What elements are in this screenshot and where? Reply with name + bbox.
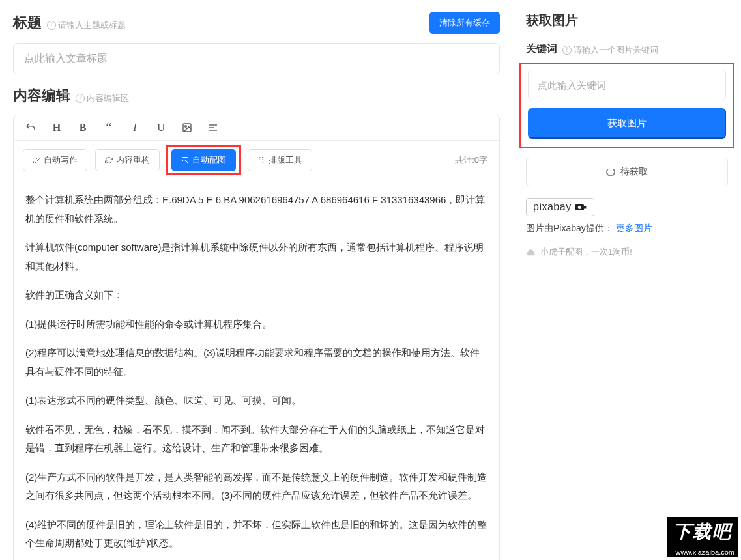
heading-icon[interactable]: H: [50, 122, 63, 133]
sidebar: 获取图片 关键词 ! 请输入一个图片关键词 获取图片 待获取 pixabay 图…: [513, 0, 741, 560]
format-toolbar: H B “ I U: [14, 115, 499, 141]
svg-point-1: [185, 126, 187, 128]
pixabay-badge: pixabay: [526, 198, 594, 216]
italic-icon[interactable]: I: [128, 122, 141, 133]
spinner-icon: [606, 167, 615, 176]
auto-image-button[interactable]: 自动配图: [171, 149, 236, 171]
pending-button[interactable]: 待获取: [526, 158, 728, 186]
layout-tool-button[interactable]: 排版工具: [248, 149, 312, 171]
keyword-input[interactable]: [528, 70, 726, 100]
highlight-auto-image: 自动配图: [166, 145, 241, 175]
paragraph: 软件的正确含义如下：: [25, 286, 487, 305]
clear-cache-button[interactable]: 清除所有缓存: [429, 12, 500, 34]
keyword-header: 关键词 ! 请输入一个图片关键词: [526, 42, 728, 56]
svg-point-7: [577, 206, 581, 209]
content-hint: ! 内容编辑区: [76, 92, 129, 104]
info-icon: !: [562, 46, 572, 55]
content-label: 内容编辑: [13, 86, 70, 105]
fetch-image-button[interactable]: 获取图片: [528, 108, 726, 139]
quote-icon[interactable]: “: [102, 124, 115, 132]
paragraph: 整个计算机系统由两部分组成：E.69DA 5 E 6 BA 9062616964…: [25, 191, 487, 228]
picture-icon: [181, 156, 189, 164]
word-counter: 共计:0字: [455, 154, 487, 166]
editor-box: H B “ I U 自动写作 内容重构: [13, 115, 500, 560]
paragraph: (2)生产方式不同的软件是开发，是人类智能的高发挥，而不是传统意义上的硬件制造。…: [25, 468, 487, 505]
credit-line: 图片由Pixabay提供： 更多图片: [526, 223, 728, 234]
watermark: 下载吧 www.xiazaiba.com: [667, 517, 738, 557]
keyword-label: 关键词: [526, 42, 557, 56]
title-section-header: 标题 ! 请输入主题或标题 清除所有缓存: [13, 12, 500, 34]
refresh-icon: [105, 156, 113, 164]
svg-rect-8: [584, 206, 586, 208]
paragraph: (4)维护不同的硬件是旧的，理论上软件是旧的，并不坏，但实际上软件也是旧的和坏的…: [25, 516, 487, 553]
action-toolbar: 自动写作 内容重构 自动配图 排版工具 共计:0字: [14, 141, 499, 180]
info-icon: !: [47, 21, 56, 30]
pencil-icon: [33, 156, 40, 164]
paragraph: 计算机软件(computer software)是指计算机系统中除硬件以外的所有…: [25, 238, 487, 275]
keyword-hint: ! 请输入一个图片关键词: [562, 44, 658, 56]
content-section-header: 内容编辑 ! 内容编辑区: [13, 86, 500, 105]
title-hint: ! 请输入主题或标题: [47, 20, 126, 31]
content-area[interactable]: 整个计算机系统由两部分组成：E.69DA 5 E 6 BA 9062616964…: [14, 180, 499, 560]
paragraph: (2)程序可以满意地处理信息的数据结构。(3)说明程序功能要求和程序需要的文档的…: [25, 344, 487, 381]
camera-icon: [574, 203, 587, 212]
footer-note: 小虎子配图，一次1淘币!: [526, 246, 728, 258]
paragraph: (1)表达形式不同的硬件类型、颜色、味道、可见、可摸、可闻。: [25, 391, 487, 410]
info-icon: !: [76, 94, 85, 103]
rebuild-button[interactable]: 内容重构: [95, 149, 160, 171]
wand-icon: [257, 156, 265, 164]
undo-icon[interactable]: [24, 122, 37, 133]
title-label: 标题: [13, 13, 42, 33]
title-input[interactable]: [13, 43, 500, 74]
auto-write-button[interactable]: 自动写作: [23, 149, 87, 171]
bold-icon[interactable]: B: [76, 122, 89, 133]
watermark-url: www.xiazaiba.com: [667, 547, 738, 557]
image-icon[interactable]: [181, 122, 194, 133]
align-icon[interactable]: [207, 122, 220, 133]
keyword-panel-highlight: 获取图片: [519, 63, 734, 148]
watermark-text: 下载吧: [667, 517, 738, 547]
paragraph: (1)提供运行时所需功能和性能的命令或计算机程序集合。: [25, 315, 487, 334]
sidebar-title: 获取图片: [526, 12, 728, 29]
paragraph: 软件看不见，无色，枯燥，看不见，摸不到，闻不到。软件大部分存在于人们的头脑或纸上…: [25, 421, 487, 458]
underline-icon[interactable]: U: [154, 122, 167, 133]
cloud-icon: [526, 248, 536, 256]
more-images-link[interactable]: 更多图片: [616, 223, 652, 233]
main-panel: 标题 ! 请输入主题或标题 清除所有缓存 内容编辑 ! 内容编辑区: [0, 0, 513, 560]
